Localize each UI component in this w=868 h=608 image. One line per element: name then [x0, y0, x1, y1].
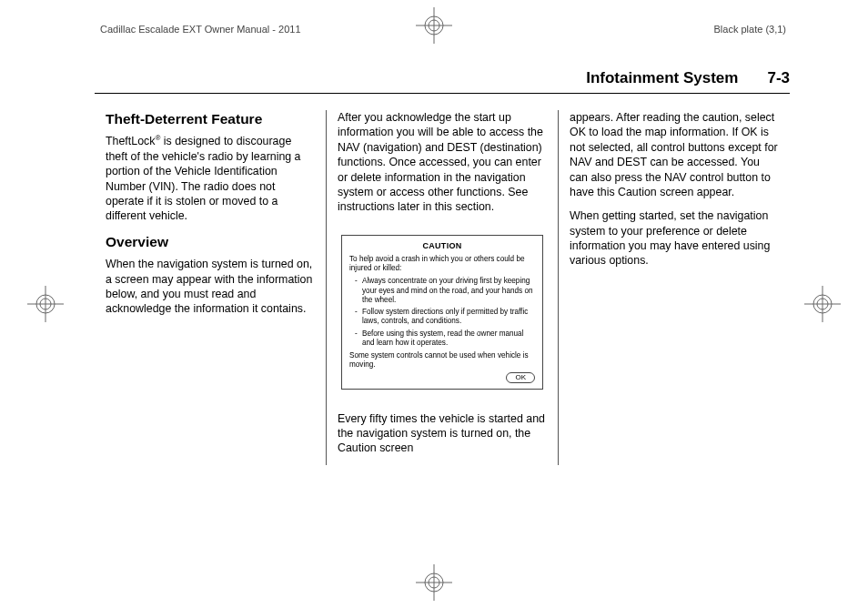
- caution-list: Always concentrate on your driving first…: [349, 277, 535, 348]
- heading-theft-deterrent: Theft-Deterrent Feature: [106, 110, 315, 128]
- caution-item: Before using this system, read the owner…: [355, 329, 535, 349]
- theftlock-word: TheftLock: [106, 136, 155, 148]
- caution-note: Some system controls cannot be used when…: [349, 351, 535, 370]
- caution-screen-illustration: CAUTION To help avoid a crash in which y…: [341, 235, 543, 390]
- running-head: Infotainment System 7-3: [95, 69, 790, 94]
- registration-mark-right: [804, 286, 841, 322]
- para-appears: appears. After reading the caution, sele…: [570, 110, 779, 199]
- section-name: Infotainment System: [586, 69, 738, 87]
- plate-label: Black plate (3,1): [714, 24, 786, 35]
- print-header: Cadillac Escalade EXT Owner Manual - 201…: [100, 24, 786, 35]
- para-every-fifty: Every fifty times the vehicle is started…: [338, 411, 547, 456]
- ok-button[interactable]: OK: [506, 372, 535, 383]
- page-number: 7-3: [767, 69, 790, 87]
- caution-title: CAUTION: [349, 241, 535, 251]
- registration-mark-bottom: [416, 564, 452, 601]
- manual-title: Cadillac Escalade EXT Owner Manual - 201…: [100, 24, 301, 35]
- caution-item: Always concentrate on your driving first…: [355, 277, 535, 305]
- para-overview: When the navigation system is turned on,…: [106, 257, 315, 317]
- para-after-ack: After you acknowledge the start up infor…: [338, 110, 547, 215]
- para-theft: TheftLock® is designed to discourage the…: [106, 134, 315, 223]
- page-body: Infotainment System 7-3 Theft-Deterrent …: [95, 69, 790, 562]
- para-getting-started: When getting started, set the navigation…: [570, 208, 779, 269]
- column-3: appears. After reading the caution, sele…: [558, 110, 790, 465]
- column-2: After you acknowledge the start up infor…: [326, 110, 558, 465]
- caution-item: Follow system directions only if permitt…: [355, 308, 535, 327]
- column-1: Theft-Deterrent Feature TheftLock® is de…: [95, 110, 326, 465]
- caution-lead: To help avoid a crash in which you or ot…: [349, 255, 535, 274]
- registration-mark-left: [27, 286, 64, 322]
- heading-overview: Overview: [106, 233, 315, 251]
